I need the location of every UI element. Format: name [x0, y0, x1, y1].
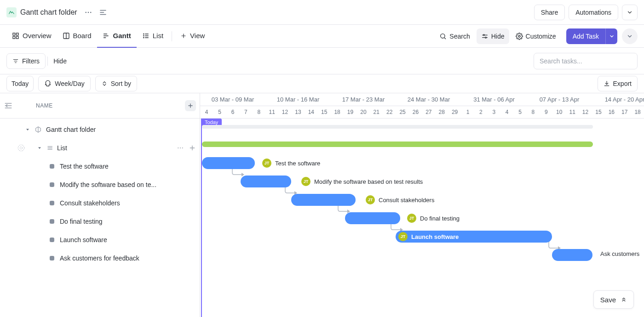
- status-dot: [50, 256, 54, 260]
- customize-button[interactable]: Customize: [511, 28, 561, 44]
- today-button[interactable]: Today: [6, 76, 34, 91]
- day-label: 15: [318, 109, 331, 115]
- status-dot: [50, 219, 54, 224]
- list-more-icon[interactable]: [177, 144, 184, 152]
- avatar: JT: [398, 232, 408, 241]
- status-dot: [50, 201, 54, 205]
- status-dot: [50, 164, 54, 169]
- svg-marker-39: [26, 129, 29, 131]
- list-add-icon[interactable]: [189, 144, 196, 152]
- svg-point-1: [87, 11, 89, 13]
- day-label: 15: [592, 109, 605, 115]
- sidebar: NAME Gantt chart folder: [0, 93, 200, 317]
- gantt-bar[interactable]: [241, 175, 291, 187]
- automations-chevron[interactable]: [622, 5, 638, 20]
- share-button[interactable]: Share: [534, 5, 565, 20]
- day-label: 5: [213, 109, 226, 115]
- search-input[interactable]: [534, 53, 638, 69]
- day-label: 18: [631, 109, 644, 115]
- task-row[interactable]: Do final testing: [0, 212, 200, 231]
- svg-rect-7: [16, 33, 18, 35]
- day-label: 27: [422, 109, 435, 115]
- summary-bar[interactable]: [202, 142, 593, 147]
- folder-outline-icon: [34, 125, 42, 134]
- gantt-bar[interactable]: [291, 194, 356, 206]
- task-row[interactable]: Test the software: [0, 157, 200, 175]
- more-icon[interactable]: [82, 6, 95, 19]
- save-button[interactable]: Save: [593, 290, 634, 309]
- add-column-button[interactable]: [185, 100, 196, 111]
- summary-placeholder-bar: [202, 125, 593, 129]
- task-row[interactable]: Modify the software based on te...: [0, 175, 200, 194]
- day-label: 20: [357, 109, 370, 115]
- gantt-bar-label: JT Do final testing: [407, 214, 460, 223]
- day-label: 9: [540, 109, 552, 115]
- week-label: 24 Mar - 30 Mar: [396, 96, 461, 103]
- folder-title: Gantt chart folder: [20, 8, 77, 17]
- export-button[interactable]: Export: [598, 76, 638, 91]
- status-dot: [50, 238, 54, 242]
- gantt-bar[interactable]: JT Launch software: [396, 231, 552, 243]
- divider: [172, 31, 172, 41]
- svg-rect-9: [16, 36, 18, 39]
- svg-point-16: [143, 35, 144, 36]
- folder-icon: [6, 7, 17, 17]
- more-menu-button[interactable]: [622, 28, 638, 44]
- gantt-bar[interactable]: [202, 157, 255, 169]
- day-label: 21: [370, 109, 383, 115]
- chevron-down-icon[interactable]: [36, 145, 43, 151]
- svg-point-29: [518, 35, 520, 37]
- task-row[interactable]: Launch software: [0, 231, 200, 249]
- collapse-sidebar-icon[interactable]: [4, 101, 13, 110]
- task-row[interactable]: Consult stakeholders: [0, 194, 200, 212]
- list-icon: [142, 32, 150, 40]
- svg-point-17: [143, 37, 144, 38]
- svg-point-47: [180, 147, 181, 148]
- day-label: 25: [396, 109, 409, 115]
- task-row[interactable]: Ask customers for feedback: [0, 249, 200, 267]
- gantt-bar-label: JT Modify the software based on test res…: [301, 177, 423, 186]
- add-task-button[interactable]: Add Task: [566, 28, 605, 44]
- day-label: 26: [409, 109, 422, 115]
- add-task-chevron[interactable]: [605, 28, 617, 44]
- tab-list[interactable]: List: [137, 25, 169, 48]
- topbar: Gantt chart folder Share Automations: [0, 0, 644, 25]
- timeline[interactable]: 03 Mar - 09 Mar10 Mar - 16 Mar17 Mar - 2…: [200, 93, 644, 317]
- folder-row[interactable]: Gantt chart folder: [0, 120, 200, 139]
- day-label: 3: [488, 109, 500, 115]
- svg-point-27: [483, 34, 484, 36]
- today-line: [201, 119, 202, 317]
- tab-gantt[interactable]: Gantt: [97, 25, 137, 48]
- tab-board[interactable]: Board: [57, 25, 97, 48]
- week-label: 14 Apr - 20 Apr: [592, 96, 644, 103]
- list-row[interactable]: List: [0, 139, 200, 157]
- tab-overview[interactable]: Overview: [6, 25, 57, 48]
- outdent-icon[interactable]: [97, 6, 109, 19]
- add-task-group: Add Task: [566, 28, 617, 44]
- hide-link[interactable]: Hide: [50, 57, 70, 65]
- svg-point-41: [20, 147, 23, 149]
- day-label: 5: [513, 109, 526, 115]
- day-label: 11: [265, 109, 278, 115]
- search-button[interactable]: Search: [435, 28, 474, 44]
- gantt-bar[interactable]: [552, 249, 592, 261]
- svg-point-48: [182, 147, 183, 148]
- automations-button[interactable]: Automations: [569, 5, 618, 20]
- avatar: JT: [366, 195, 375, 204]
- plus-icon: [180, 33, 187, 39]
- folder-chip[interactable]: Gantt chart folder: [6, 7, 77, 17]
- day-label: 8: [253, 109, 265, 115]
- weekday-button[interactable]: Week/Day: [38, 76, 90, 91]
- day-label: 16: [605, 109, 618, 115]
- week-label: 10 Mar - 16 Mar: [265, 96, 331, 103]
- hide-button[interactable]: Hide: [477, 28, 509, 44]
- tab-addview[interactable]: View: [175, 25, 210, 48]
- filter-bar: Filters Hide: [0, 48, 644, 74]
- chevron-down-icon[interactable]: [24, 127, 31, 132]
- list-icon: [46, 144, 53, 152]
- filters-button[interactable]: Filters: [6, 53, 46, 69]
- avatar: JT: [407, 214, 416, 223]
- day-label: 14: [305, 109, 317, 115]
- sortby-button[interactable]: Sort by: [95, 76, 137, 91]
- gantt-bar[interactable]: [345, 212, 400, 224]
